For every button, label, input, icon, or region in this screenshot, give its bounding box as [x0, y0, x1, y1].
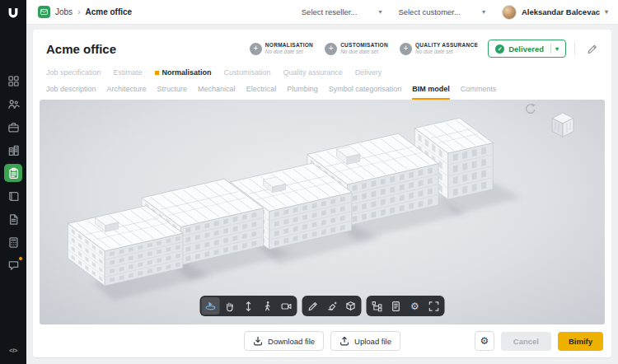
- team-icon[interactable]: [4, 95, 22, 113]
- customer-select[interactable]: Select customer... ▾: [398, 7, 485, 16]
- jobs-icon[interactable]: [4, 164, 22, 182]
- breadcrumb-separator: ›: [77, 7, 80, 16]
- chevron-down-icon: ▾: [482, 8, 485, 16]
- chat-icon[interactable]: [4, 256, 22, 274]
- bim-3d-viewport[interactable]: ⚙: [40, 100, 605, 324]
- primary-tabs: Job specification Estimate Normalisation…: [33, 64, 611, 78]
- job-card: Acme office + NORMALISATION No due date …: [33, 30, 611, 357]
- milestone-normalisation[interactable]: + NORMALISATION No due date set: [250, 42, 313, 56]
- file-actions: Download file Upload file: [244, 331, 400, 351]
- cancel-button[interactable]: Cancel: [501, 332, 551, 351]
- tab-job-specification[interactable]: Job specification: [46, 68, 101, 77]
- pan-hand-icon[interactable]: [221, 297, 239, 315]
- check-circle-icon: ✓: [495, 44, 504, 54]
- settings-gear-icon[interactable]: ⚙: [406, 297, 424, 315]
- secondary-tabs: Job description Architecture Structure M…: [33, 78, 611, 100]
- buildings-icon[interactable]: [4, 141, 22, 159]
- tab-customisation[interactable]: Customisation: [224, 68, 271, 77]
- library-icon[interactable]: [4, 187, 22, 205]
- chevron-down-icon: ▾: [555, 45, 559, 53]
- navigation-tools-group: [200, 296, 297, 316]
- upload-file-button[interactable]: Upload file: [330, 331, 400, 351]
- tab-mechanical[interactable]: Mechanical: [198, 85, 236, 100]
- download-icon: [253, 336, 263, 346]
- tab-job-description[interactable]: Job description: [46, 85, 96, 100]
- main-column: Jobs › Acme office Select reseller... ▾ …: [26, 0, 618, 364]
- download-file-button[interactable]: Download file: [244, 331, 324, 351]
- tab-electrical[interactable]: Electrical: [246, 85, 277, 100]
- user-menu[interactable]: Aleksandar Balcevac ▾: [502, 5, 608, 20]
- upload-icon: [339, 336, 349, 346]
- zoom-vertical-icon[interactable]: [240, 297, 258, 315]
- tab-architecture[interactable]: Architecture: [107, 85, 147, 100]
- bimify-logo[interactable]: [6, 6, 21, 21]
- tab-symbol-categorisation[interactable]: Symbol categorisation: [329, 85, 402, 100]
- tab-normalisation[interactable]: Normalisation: [155, 68, 212, 77]
- active-tab-marker: [155, 71, 159, 75]
- status-dropdown[interactable]: ✓ Delivered ▾: [488, 40, 566, 58]
- user-name: Aleksandar Balcevac: [522, 7, 600, 16]
- model-tree-icon[interactable]: [368, 297, 386, 315]
- erase-icon[interactable]: [323, 297, 341, 315]
- breadcrumb: Jobs › Acme office: [38, 6, 132, 18]
- briefcase-icon[interactable]: [4, 118, 22, 136]
- tab-bim-model[interactable]: BIM model: [412, 85, 450, 100]
- milestone-customisation[interactable]: + CUSTOMISATION No due date set: [325, 42, 388, 56]
- milestone-quality-assurance[interactable]: + QUALITY ASSURANCE No due date set: [400, 42, 478, 56]
- draw-pencil-icon[interactable]: [304, 297, 322, 315]
- view-cube-gizmo[interactable]: [549, 110, 577, 142]
- tab-estimate[interactable]: Estimate: [114, 68, 143, 77]
- tab-plumbing[interactable]: Plumbing: [287, 85, 318, 100]
- sidebar-nav: [4, 72, 22, 274]
- breadcrumb-current: Acme office: [85, 7, 132, 16]
- page-title: Acme office: [46, 42, 116, 56]
- dashboard-icon[interactable]: [4, 72, 22, 90]
- edit-button[interactable]: [583, 40, 600, 57]
- tab-quality-assurance[interactable]: Quality assurance: [283, 68, 343, 77]
- bim-model-render: [40, 100, 605, 324]
- fullscreen-icon[interactable]: [425, 297, 443, 315]
- tab-delivery[interactable]: Delivery: [355, 68, 382, 77]
- milestones: + NORMALISATION No due date set + CUSTOM…: [250, 42, 478, 56]
- walk-mode-icon[interactable]: [259, 297, 277, 315]
- reseller-select[interactable]: Select reseller... ▾: [302, 7, 382, 16]
- export-model-icon[interactable]: [342, 297, 360, 315]
- model-tools-group: ⚙: [367, 296, 445, 316]
- code-icon[interactable]: </>: [4, 341, 22, 359]
- settings-gear-icon[interactable]: ⚙: [475, 331, 494, 351]
- estimates-icon[interactable]: [4, 233, 22, 251]
- divider: [574, 42, 575, 55]
- chevron-down-icon: ▾: [605, 8, 608, 16]
- documents-icon[interactable]: [4, 210, 22, 228]
- card-header: Acme office + NORMALISATION No due date …: [33, 30, 611, 64]
- topbar: Jobs › Acme office Select reseller... ▾ …: [26, 0, 618, 25]
- tab-comments[interactable]: Comments: [461, 85, 497, 100]
- content-area: Acme office + NORMALISATION No due date …: [26, 25, 618, 364]
- bimify-button[interactable]: Bimify: [558, 332, 603, 351]
- avatar: [502, 5, 517, 20]
- tab-structure[interactable]: Structure: [157, 85, 188, 100]
- orbit-reset-icon[interactable]: [524, 102, 537, 117]
- jobs-breadcrumb-icon: [38, 6, 50, 18]
- sidebar: </>: [0, 0, 26, 364]
- topbar-right: Select reseller... ▾ Select customer... …: [302, 5, 608, 20]
- orbit-icon[interactable]: [202, 297, 220, 315]
- card-footer: Download file Upload file ⚙ Cancel Bimif…: [33, 324, 611, 357]
- breadcrumb-root[interactable]: Jobs: [55, 7, 73, 16]
- viewer-toolbar: ⚙: [200, 296, 445, 316]
- plus-circle-icon: +: [325, 43, 337, 55]
- markup-tools-group: [302, 296, 362, 316]
- chevron-down-icon: ▾: [378, 8, 382, 16]
- app-window: </> Jobs › Acme office Select reseller..…: [0, 0, 618, 364]
- camera-icon[interactable]: [278, 297, 296, 315]
- plus-circle-icon: +: [250, 43, 262, 55]
- pencil-icon: [587, 44, 597, 54]
- footer-right-actions: ⚙ Cancel Bimify: [475, 331, 603, 351]
- sheets-icon[interactable]: [387, 297, 405, 315]
- plus-circle-icon: +: [400, 43, 412, 55]
- status-label: Delivered: [508, 44, 544, 54]
- notification-badge: [18, 256, 23, 261]
